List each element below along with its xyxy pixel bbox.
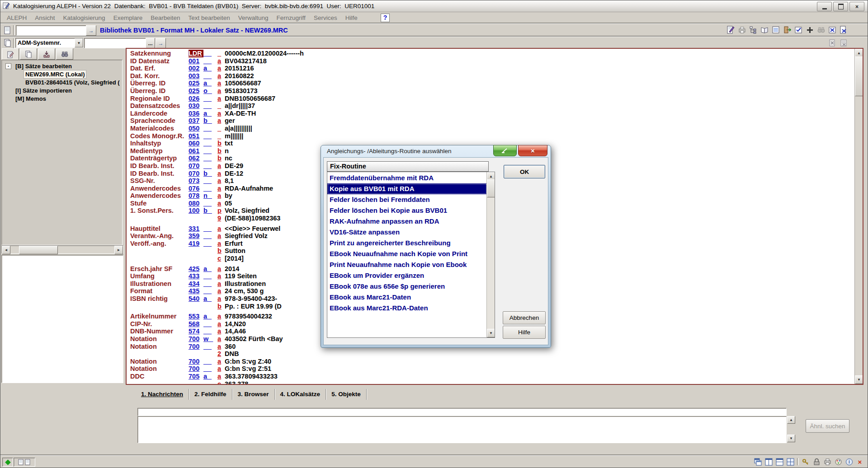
field-tag[interactable]: 331	[189, 225, 203, 233]
field-indicators[interactable]: __	[203, 72, 217, 80]
field-value[interactable]: <<Die>> Feuerwel	[225, 225, 280, 233]
field-indicators[interactable]: __	[203, 320, 217, 328]
tree-item[interactable]: [M] Memos	[2, 94, 122, 103]
subfield-code[interactable]: _	[217, 102, 225, 110]
field-tag[interactable]: 700	[189, 365, 203, 373]
field-tag[interactable]: 359	[189, 232, 203, 240]
field-value[interactable]: XA-DE-TH	[225, 110, 256, 117]
field-value[interactable]: 00000cM2.01200024------h	[225, 50, 304, 57]
subfield-code[interactable]: p	[217, 207, 225, 215]
bottom-tab[interactable]: 1. Nachrichten	[136, 389, 189, 400]
field-indicators[interactable]: __	[203, 240, 217, 248]
subfield-code[interactable]: b	[217, 154, 225, 162]
field-value[interactable]: m|||||||	[225, 132, 243, 140]
subfield-code[interactable]: a	[217, 295, 225, 303]
scroll-down-button[interactable]: ▼	[487, 329, 495, 337]
subfield-code[interactable]: _	[217, 125, 225, 132]
field-value[interactable]: ger	[225, 117, 235, 125]
field-tag[interactable]: 003	[189, 72, 203, 80]
field-value[interactable]: nc	[225, 154, 232, 162]
maximize-button[interactable]	[833, 2, 848, 11]
subfield-code[interactable]: a	[217, 240, 225, 248]
window-horizontal-icon[interactable]	[775, 458, 783, 466]
field-indicators[interactable]: a_	[203, 65, 217, 72]
window-cascade-icon[interactable]	[754, 458, 762, 466]
field-indicators[interactable]: __	[203, 225, 217, 233]
tree-expander-icon[interactable]: -	[5, 63, 11, 69]
menu-item[interactable]: ALEPH	[3, 13, 31, 23]
field-value[interactable]: 363.37809433233	[225, 373, 278, 380]
field-tag[interactable]: 025	[189, 80, 203, 87]
field-indicators[interactable]: __	[203, 358, 217, 365]
subfield-code[interactable]: a	[217, 57, 225, 65]
scroll-down-button[interactable]: ▼	[787, 435, 795, 442]
field-indicators[interactable]: o_	[203, 87, 217, 95]
bottom-tab[interactable]: 5. Objekte	[326, 389, 367, 400]
fix-routine-item[interactable]: Fremddatenübernahme mit RDA	[327, 173, 487, 183]
subfield-code[interactable]: a	[217, 177, 225, 185]
field-tag[interactable]: 425	[189, 265, 203, 273]
field-tag[interactable]: 070	[189, 170, 203, 178]
field-value[interactable]: Erfurt	[225, 240, 242, 248]
field-tag[interactable]: 419	[189, 240, 203, 248]
field-value[interactable]: 1050656687	[225, 80, 261, 87]
menu-item[interactable]: Hilfe	[341, 13, 362, 23]
field-value[interactable]: Illustrationen	[225, 280, 266, 288]
field-tag[interactable]: 030	[189, 102, 203, 110]
print-icon[interactable]	[737, 25, 747, 35]
field-tag[interactable]: 002	[189, 65, 203, 72]
field-indicators[interactable]: __	[203, 147, 217, 155]
field-tag[interactable]: 037	[189, 117, 203, 125]
messages-scrollbar[interactable]: ▲ ▼	[787, 416, 795, 442]
field-indicators[interactable]: __	[203, 57, 217, 65]
field-value[interactable]: txt	[225, 140, 233, 147]
field-indicators[interactable]: __	[203, 280, 217, 288]
field-tag[interactable]: 001	[189, 57, 203, 65]
subfield-code[interactable]: b	[217, 303, 225, 310]
field-tag[interactable]: 568	[189, 320, 203, 328]
bottom-tab[interactable]: 3. Browser	[232, 389, 275, 400]
field-value[interactable]: a||dr|||||37	[225, 102, 255, 110]
scrollbar-thumb[interactable]	[855, 56, 863, 96]
field-indicators[interactable]: __	[203, 162, 217, 170]
field-value[interactable]: (DE-588)10982363	[225, 215, 280, 222]
open-book-icon[interactable]	[760, 25, 769, 35]
field-tag[interactable]: LDR	[189, 50, 203, 57]
field-indicators[interactable]: a_	[203, 265, 217, 273]
ok-button[interactable]: OK	[504, 165, 545, 178]
close-all-records-icon[interactable]	[839, 25, 849, 35]
field-indicators[interactable]: a_	[203, 110, 217, 117]
help-icon[interactable]: ?	[381, 14, 390, 22]
field-value[interactable]: by	[225, 192, 232, 200]
lock-icon[interactable]	[812, 458, 821, 466]
subfield-code[interactable]: c	[217, 380, 225, 384]
check-record-icon[interactable]	[794, 25, 803, 35]
field-indicators[interactable]: a_	[203, 373, 217, 380]
field-indicators[interactable]: b_	[203, 207, 217, 215]
subfield-code[interactable]: a	[217, 87, 225, 95]
browse-button[interactable]: ...	[146, 38, 155, 48]
field-indicators[interactable]: w_	[203, 335, 217, 343]
subfield-code[interactable]: a	[217, 162, 225, 170]
close-record-icon[interactable]	[828, 25, 837, 35]
field-value[interactable]: Volz, Siegfried	[225, 207, 269, 215]
tab-search[interactable]	[56, 48, 73, 60]
field-tag[interactable]	[189, 255, 203, 262]
tree-item[interactable]: - [B] Sätze bearbeiten	[2, 62, 122, 70]
fix-routine-item[interactable]: EBook aus Marc21-Daten	[327, 292, 487, 303]
field-value[interactable]: 2014	[225, 265, 239, 273]
scroll-right-button[interactable]: ►	[114, 246, 123, 254]
subfield-code[interactable]: _	[217, 132, 225, 140]
scrollbar-thumb[interactable]	[19, 246, 58, 254]
field-indicators[interactable]: __	[203, 177, 217, 185]
fix-routine-item[interactable]: RAK-Aufnahme anpassen an RDA	[327, 216, 487, 227]
field-tag[interactable]: 050	[189, 125, 203, 132]
field-value[interactable]: RDA-Aufnahme	[225, 185, 273, 192]
field-tag[interactable]: 061	[189, 147, 203, 155]
fix-routine-item[interactable]: EBook Neuaufnahme nach Kopie von Print	[327, 248, 487, 259]
subfield-code[interactable]: a	[217, 80, 225, 87]
subfield-code[interactable]: _	[217, 50, 225, 57]
field-tag[interactable]: 080	[189, 200, 203, 207]
field-value[interactable]: BV043217418	[225, 57, 267, 65]
clear-record-icon[interactable]	[828, 38, 837, 47]
